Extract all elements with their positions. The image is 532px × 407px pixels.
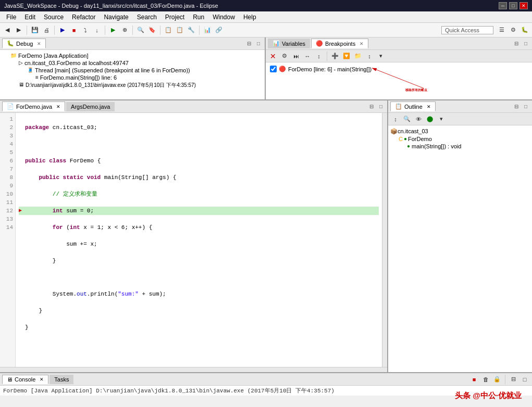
menu-help[interactable]: Help <box>239 12 261 22</box>
bp-settings-btn[interactable]: ⚙ <box>279 51 290 61</box>
editor-content[interactable]: 12345 678910 11121314 package cn.itcast_… <box>0 113 387 367</box>
bp-group-btn[interactable]: 📁 <box>353 51 363 61</box>
editor-vscroll[interactable] <box>382 113 387 367</box>
console-tab[interactable]: 🖥 Console ✕ <box>2 375 48 384</box>
console-minimize-btn[interactable]: ⊟ <box>508 374 518 385</box>
debug-button[interactable]: ▶ <box>57 25 68 35</box>
bp-maximize-btn[interactable]: □ <box>522 40 530 48</box>
console-scroll-lock[interactable]: 🔒 <box>492 374 502 385</box>
stop-button[interactable]: ■ <box>69 25 79 35</box>
tasks-tab[interactable]: Tasks <box>50 375 73 384</box>
bp-remove-all-btn[interactable]: ✕ <box>268 51 278 61</box>
console-tab-actions: ■ 🗑 🔒 ⊟ □ <box>469 374 530 385</box>
menu-edit[interactable]: Edit <box>20 12 40 22</box>
tree-item-1[interactable]: ▷ cn.itcast_03.ForDemo at localhost:4974… <box>2 59 263 67</box>
menu-project[interactable]: Project <box>161 12 189 22</box>
outline-filter-btn[interactable]: 🔍 <box>402 114 412 124</box>
toolbar-extra-4[interactable]: 📊 <box>202 25 213 35</box>
bp-minimize-btn[interactable]: ⊟ <box>512 40 521 48</box>
editor-hscroll[interactable] <box>0 367 387 372</box>
debug-tab-close[interactable]: ✕ <box>37 41 41 46</box>
console-tab-close[interactable]: ✕ <box>40 377 44 382</box>
editor-tab-main-close[interactable]: ✕ <box>56 104 60 109</box>
bookmark-icon[interactable]: 🔖 <box>147 25 157 35</box>
code-editor[interactable]: package cn.itcast_03; public class ForDe… <box>16 113 382 367</box>
bp-filter-btn[interactable]: 🔽 <box>341 51 352 61</box>
console-tab-label: Console <box>15 376 35 383</box>
close-button[interactable]: ✕ <box>519 2 528 9</box>
menu-search[interactable]: Search <box>133 12 161 22</box>
window-controls: ─ □ ✕ <box>499 2 528 9</box>
debug-maximize-btn[interactable]: □ <box>254 40 263 48</box>
variables-breakpoints-panel: 📊 Variables 🔴 Breakpoints ✕ ⊟ □ ✕ ⚙ ⏭ ↔ <box>266 37 532 99</box>
perspective-btn-1[interactable]: ☰ <box>497 25 507 35</box>
menu-window[interactable]: Window <box>208 12 239 22</box>
outline-green-circle[interactable]: ⬤ <box>425 114 435 124</box>
console-clear-btn[interactable]: 🗑 <box>480 374 491 385</box>
breakpoint-item-0[interactable]: 🔴 ForDemo [line: 6] - main(String[]) <box>270 65 528 73</box>
print-button[interactable]: 🖨 <box>41 25 52 35</box>
forward-button[interactable]: ▶ <box>14 25 24 35</box>
menu-file[interactable]: File <box>2 12 20 22</box>
run-btn[interactable]: ▶ <box>108 25 118 35</box>
outline-options-btn[interactable]: ▾ <box>436 114 447 124</box>
outline-sort-btn[interactable]: ↕ <box>390 114 401 124</box>
menu-refactor[interactable]: Refactor <box>68 12 100 22</box>
bp-add-btn[interactable]: ➕ <box>330 51 340 61</box>
variables-tab[interactable]: 📊 Variables <box>268 39 310 48</box>
toolbar-extra-3[interactable]: 🔧 <box>186 25 196 35</box>
menu-navigate[interactable]: Navigate <box>100 12 132 22</box>
maximize-button[interactable]: □ <box>509 2 517 9</box>
step-over[interactable]: ⤵ <box>80 25 91 35</box>
save-button[interactable]: 💾 <box>30 25 40 35</box>
editor-tab-secondary[interactable]: ArgsDemo.java <box>66 102 115 111</box>
breakpoints-tab-close[interactable]: ✕ <box>360 41 364 46</box>
search-icon[interactable]: 🔍 <box>135 25 146 35</box>
outline-item-package[interactable]: 📦 cn.itcast_03 <box>390 128 530 135</box>
tree-item-0[interactable]: 📁 ForDemo [Java Application] <box>2 52 263 59</box>
perspective-btn-2[interactable]: ⚙ <box>508 25 518 35</box>
tree-item-3[interactable]: ≡ ForDemo.main(String[]) line: 6 <box>2 74 263 81</box>
bp-collapse-btn[interactable]: ↕ <box>314 51 324 61</box>
ext-button[interactable]: ⊕ <box>119 25 130 35</box>
breakpoints-tab[interactable]: 🔴 Breakpoints ✕ <box>311 39 368 48</box>
outline-tab-close[interactable]: ✕ <box>427 104 431 109</box>
minimize-button[interactable]: ─ <box>499 2 507 9</box>
debug-tab[interactable]: 🐛 Debug ✕ <box>2 39 46 48</box>
breakpoint-checkbox[interactable] <box>270 66 277 72</box>
outline-tab[interactable]: 📋 Outline ✕ <box>390 101 436 111</box>
editor-maximize-btn[interactable]: □ <box>377 103 385 111</box>
breakpoints-tab-label: Breakpoints <box>325 41 355 47</box>
debug-icon: 🐛 <box>7 40 14 47</box>
console-stop-btn[interactable]: ■ <box>469 374 479 385</box>
toolbar-extra-5[interactable]: 🔗 <box>214 25 224 35</box>
menu-source[interactable]: Source <box>40 12 68 22</box>
outline-item-class[interactable]: C ● ForDemo <box>390 135 530 143</box>
back-button[interactable]: ◀ <box>2 25 13 35</box>
bp-sort-btn[interactable]: ↕ <box>364 51 375 61</box>
bp-expand-btn[interactable]: ↔ <box>302 51 313 61</box>
bp-menu-btn[interactable]: ▾ <box>376 51 386 61</box>
editor-minimize-btn[interactable]: ⊟ <box>367 103 376 111</box>
outline-package-icon: 📦 <box>390 128 398 135</box>
debug-tab-actions: ⊟ □ <box>245 40 263 48</box>
outline-toggle-btn[interactable]: 👁 <box>413 114 424 124</box>
outline-item-method[interactable]: ● main(String[]) : void <box>390 143 530 150</box>
tree-item-4[interactable]: 🖥 D:\ruanjian\java\jdk1.8.0_131\bin\java… <box>2 81 263 90</box>
menu-run[interactable]: Run <box>189 12 208 22</box>
outline-maximize-btn[interactable]: □ <box>522 103 530 111</box>
toolbar-extra-1[interactable]: 📋 <box>163 25 174 35</box>
debug-minimize-btn[interactable]: ⊟ <box>245 40 253 48</box>
toolbar-extra-2[interactable]: 📋 <box>175 25 185 35</box>
bp-skip-btn[interactable]: ⏭ <box>291 51 301 61</box>
step-into[interactable]: ↓ <box>92 25 102 35</box>
quick-access-box[interactable]: Quick Access <box>441 26 493 34</box>
editor-tab-main[interactable]: 📄 ForDemo.java ✕ <box>2 101 65 111</box>
editor-tab-bar: 📄 ForDemo.java ✕ ArgsDemo.java ⊟ □ <box>0 100 387 113</box>
perspective-btn-3[interactable]: 🐛 <box>519 25 530 35</box>
tree-item-2[interactable]: 🧵 Thread [main] (Suspended (breakpoint a… <box>2 67 263 74</box>
code-line-3: public class ForDemo { <box>19 157 379 165</box>
console-maximize-btn[interactable]: □ <box>519 374 530 385</box>
outline-minimize-btn[interactable]: ⊟ <box>512 103 521 111</box>
window-title: JavaSE_WorkSpace - Debug - day11_lianxi/… <box>4 3 218 9</box>
